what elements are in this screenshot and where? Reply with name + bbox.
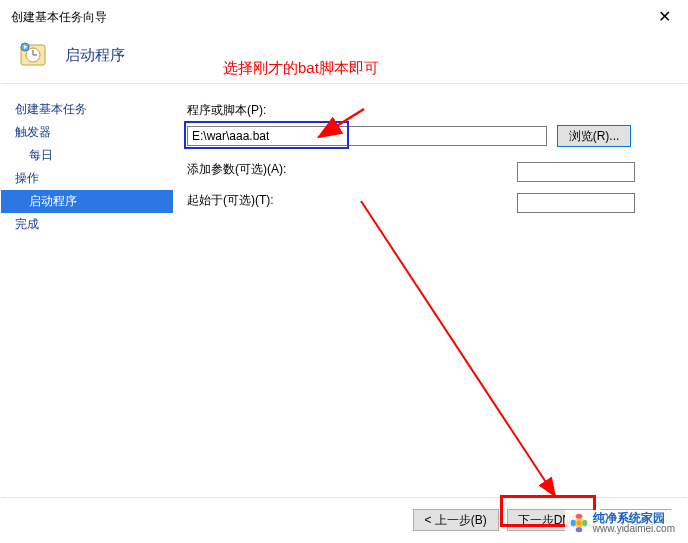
annotation-text: 选择刚才的bat脚本即可 [223, 59, 379, 78]
window-title: 创建基本任务向导 [11, 9, 107, 26]
sidebar-item-launch-program[interactable]: 启动程序 [1, 190, 173, 213]
startin-input[interactable] [517, 193, 635, 213]
launch-program-icon [19, 39, 51, 71]
script-path-input[interactable] [187, 126, 547, 146]
watermark: 纯净系统家园 www.yidaimei.com [565, 510, 679, 536]
sidebar-item-finish[interactable]: 完成 [1, 213, 173, 236]
svg-point-14 [575, 527, 582, 532]
watermark-logo-icon [569, 513, 589, 533]
back-button[interactable]: < 上一步(B) [413, 509, 499, 531]
close-icon[interactable]: ✕ [649, 9, 679, 25]
wizard-body: 创建基本任务 触发器 每日 操作 启动程序 完成 程序或脚本(P): 浏览(R)… [1, 83, 687, 487]
sidebar-item-trigger[interactable]: 触发器 [1, 121, 173, 144]
script-path-label: 程序或脚本(P): [187, 102, 665, 119]
watermark-url: www.yidaimei.com [593, 524, 675, 534]
sidebar-item-daily[interactable]: 每日 [1, 144, 173, 167]
args-label: 添加参数(可选)(A): [187, 161, 286, 178]
sidebar-item-action[interactable]: 操作 [1, 167, 173, 190]
wizard-main-panel: 程序或脚本(P): 浏览(R)... 添加参数(可选)(A): 起始于(可选)(… [173, 84, 687, 487]
page-title: 启动程序 [65, 46, 125, 65]
svg-point-13 [575, 514, 582, 519]
svg-point-12 [582, 520, 587, 527]
args-input[interactable] [517, 162, 635, 182]
title-bar: 创建基本任务向导 ✕ [1, 1, 687, 31]
sidebar-item-create-task[interactable]: 创建基本任务 [1, 98, 173, 121]
startin-label: 起始于(可选)(T): [187, 192, 274, 209]
svg-point-10 [576, 521, 581, 526]
task-wizard-dialog: 创建基本任务向导 ✕ 启动程序 选择刚才的bat脚本即可 创建基本任务 触发器 … [0, 0, 688, 543]
wizard-steps-sidebar: 创建基本任务 触发器 每日 操作 启动程序 完成 [1, 84, 173, 487]
browse-button[interactable]: 浏览(R)... [557, 125, 631, 147]
svg-point-11 [570, 520, 575, 527]
